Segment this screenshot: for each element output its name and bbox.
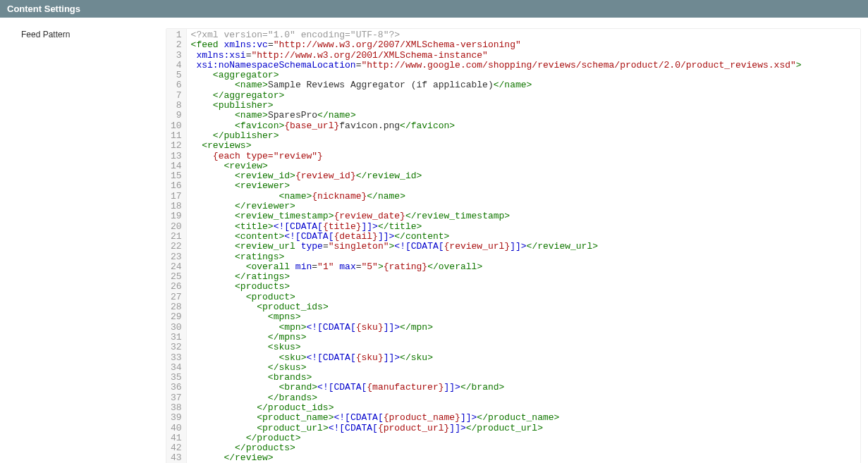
code-line[interactable]: <brand><![CDATA[{manufacturer}]]></brand… — [191, 383, 802, 393]
code-line[interactable]: <overall min="1" max="5">{rating}</overa… — [191, 262, 802, 272]
code-gutter: 1234567891011121314151617181920212223242… — [166, 29, 187, 463]
gutter-line-number: 36 — [171, 383, 182, 393]
code-line[interactable]: <name>Sample Reviews Aggregator (if appl… — [191, 80, 802, 90]
code-line[interactable]: <products> — [191, 282, 802, 292]
gutter-line-number: 43 — [171, 453, 182, 463]
code-line[interactable]: </publisher> — [191, 131, 802, 141]
code-line[interactable]: {each type="review"} — [191, 152, 802, 161]
gutter-line-number: 8 — [171, 101, 182, 111]
code-line[interactable]: <feed xmlns:vc="http://www.w3.org/2007/X… — [191, 40, 802, 50]
code-line[interactable]: xsi:noNamespaceSchemaLocation="http://ww… — [191, 61, 802, 70]
code-line[interactable]: <ratings> — [191, 252, 802, 262]
gutter-line-number: 10 — [171, 121, 182, 131]
gutter-line-number: 23 — [171, 252, 182, 262]
gutter-line-number: 7 — [171, 91, 182, 101]
code-line[interactable]: <product_name><![CDATA[{product_name}]]>… — [191, 413, 802, 423]
code-line[interactable]: </products> — [191, 443, 802, 453]
gutter-line-number: 15 — [171, 171, 182, 181]
code-line[interactable]: <aggregator> — [191, 70, 802, 80]
gutter-line-number: 22 — [171, 242, 182, 252]
code-line[interactable]: </product> — [191, 433, 802, 443]
code-line[interactable]: <reviewer> — [191, 181, 802, 191]
gutter-line-number: 29 — [171, 312, 182, 322]
gutter-line-number: 2 — [171, 40, 182, 50]
gutter-line-number: 31 — [171, 333, 182, 342]
gutter-line-number: 37 — [171, 393, 182, 403]
gutter-line-number: 34 — [171, 363, 182, 373]
code-line[interactable]: <product_url><![CDATA[{product_url}]]></… — [191, 424, 802, 433]
code-line[interactable]: </skus> — [191, 363, 802, 373]
gutter-line-number: 9 — [171, 111, 182, 121]
gutter-line-number: 1 — [171, 30, 182, 40]
field-label-feed-pattern: Feed Pattern — [21, 28, 166, 463]
code-line[interactable]: <product> — [191, 292, 802, 302]
code-line[interactable]: <review_id>{review_id}</review_id> — [191, 171, 802, 181]
code-line[interactable]: </brands> — [191, 393, 802, 403]
gutter-line-number: 11 — [171, 131, 182, 141]
code-line[interactable]: <title><![CDATA[{title}]]></title> — [191, 222, 802, 232]
gutter-line-number: 14 — [171, 161, 182, 171]
gutter-line-number: 38 — [171, 403, 182, 413]
code-lines[interactable]: <?xml version="1.0" encoding="UTF-8"?><f… — [187, 29, 806, 463]
code-line[interactable]: <name>SparesPro</name> — [191, 111, 802, 121]
code-line[interactable]: <publisher> — [191, 101, 802, 111]
code-line[interactable]: </mpns> — [191, 333, 802, 342]
gutter-line-number: 39 — [171, 413, 182, 423]
code-line[interactable]: <product_ids> — [191, 302, 802, 312]
section-title: Content Settings — [7, 4, 80, 14]
gutter-line-number: 16 — [171, 181, 182, 191]
gutter-line-number: 18 — [171, 202, 182, 211]
gutter-line-number: 30 — [171, 323, 182, 333]
gutter-line-number: 26 — [171, 282, 182, 292]
code-line[interactable]: <review_timestamp>{review_date}</review_… — [191, 211, 802, 221]
code-line[interactable]: </ratings> — [191, 272, 802, 282]
code-line[interactable]: <content><![CDATA[{detail}]]></content> — [191, 232, 802, 242]
gutter-line-number: 5 — [171, 70, 182, 80]
gutter-line-number: 40 — [171, 424, 182, 433]
gutter-line-number: 21 — [171, 232, 182, 242]
code-line[interactable]: <mpn><![CDATA[{sku}]]></mpn> — [191, 323, 802, 333]
gutter-line-number: 25 — [171, 272, 182, 282]
gutter-line-number: 17 — [171, 192, 182, 202]
gutter-line-number: 27 — [171, 292, 182, 302]
gutter-line-number: 35 — [171, 373, 182, 383]
code-line[interactable]: <skus> — [191, 342, 802, 352]
code-line[interactable]: xmlns:xsi="http://www.w3.org/2001/XMLSch… — [191, 51, 802, 61]
code-line[interactable]: <mpns> — [191, 312, 802, 322]
gutter-line-number: 19 — [171, 211, 182, 221]
gutter-line-number: 24 — [171, 262, 182, 272]
content-wrap: Feed Pattern 123456789101112131415161718… — [0, 18, 868, 463]
gutter-line-number: 6 — [171, 80, 182, 90]
code-line[interactable]: <brands> — [191, 373, 802, 383]
code-line[interactable]: <?xml version="1.0" encoding="UTF-8"?> — [191, 30, 802, 40]
code-line[interactable]: <review_url type="singleton"><![CDATA[{r… — [191, 242, 802, 252]
gutter-line-number: 20 — [171, 222, 182, 232]
code-line[interactable]: <sku><![CDATA[{sku}]]></sku> — [191, 353, 802, 363]
gutter-line-number: 13 — [171, 152, 182, 161]
gutter-line-number: 32 — [171, 342, 182, 352]
code-line[interactable]: <reviews> — [191, 141, 802, 151]
gutter-line-number: 42 — [171, 443, 182, 453]
gutter-line-number: 41 — [171, 433, 182, 443]
gutter-line-number: 4 — [171, 61, 182, 70]
code-line[interactable]: </review> — [191, 453, 802, 463]
code-line[interactable]: </reviewer> — [191, 202, 802, 211]
gutter-line-number: 12 — [171, 141, 182, 151]
code-line[interactable]: <favicon>{base_url}favicon.png</favicon> — [191, 121, 802, 131]
code-line[interactable]: <name>{nickname}</name> — [191, 192, 802, 202]
feed-pattern-code-editor[interactable]: 1234567891011121314151617181920212223242… — [166, 28, 861, 463]
gutter-line-number: 28 — [171, 302, 182, 312]
section-header: Content Settings — [0, 0, 868, 18]
gutter-line-number: 3 — [171, 51, 182, 61]
code-line[interactable]: <review> — [191, 161, 802, 171]
code-line[interactable]: </aggregator> — [191, 91, 802, 101]
gutter-line-number: 33 — [171, 353, 182, 363]
code-line[interactable]: </product_ids> — [191, 403, 802, 413]
